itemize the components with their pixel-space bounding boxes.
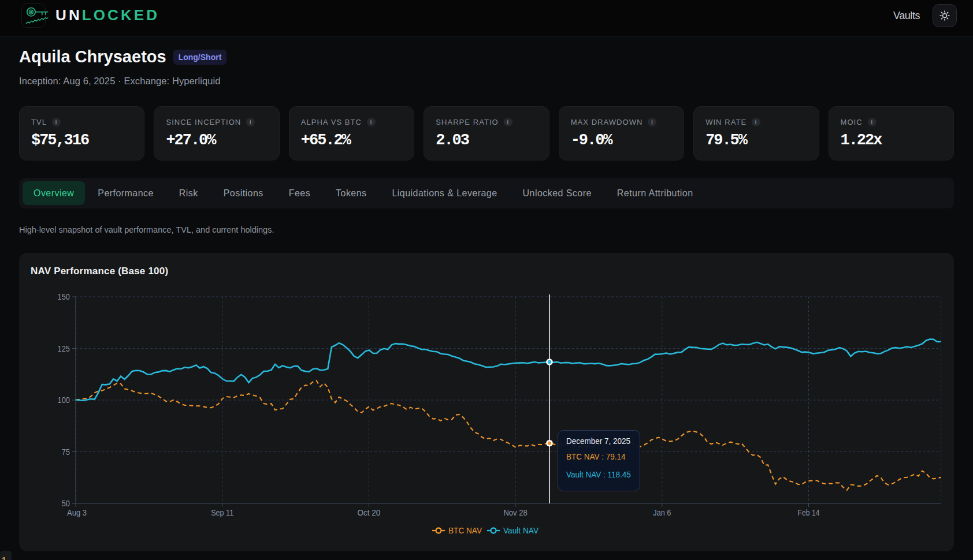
svg-text:150: 150	[58, 292, 70, 301]
svg-text:Jan 6: Jan 6	[653, 507, 671, 517]
svg-text:Feb 14: Feb 14	[798, 507, 820, 517]
svg-text:125: 125	[58, 344, 70, 353]
svg-text:BTC NAV: BTC NAV	[448, 525, 482, 535]
svg-text:Oct 20: Oct 20	[357, 507, 380, 517]
svg-text:50: 50	[62, 498, 70, 508]
svg-text:75: 75	[62, 447, 70, 457]
svg-text:Sep 11: Sep 11	[211, 507, 233, 517]
svg-text:100: 100	[58, 395, 70, 405]
svg-text:Aug 3: Aug 3	[67, 507, 87, 517]
svg-text:Vault NAV: Vault NAV	[503, 525, 539, 535]
svg-text:Nov 28: Nov 28	[503, 507, 527, 517]
